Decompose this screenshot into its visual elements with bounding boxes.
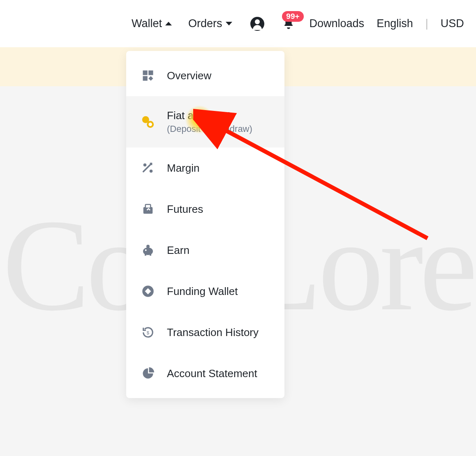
menu-item-sublabel: (Deposit & Withdraw)	[167, 124, 252, 134]
nav-wallet[interactable]: Wallet	[132, 17, 172, 30]
futures-icon	[141, 202, 155, 216]
separator: |	[425, 17, 428, 30]
nav-currency[interactable]: USD	[441, 17, 464, 30]
notification-badge: 99+	[282, 11, 303, 22]
svg-rect-13	[145, 254, 146, 256]
exchange-icon	[141, 115, 155, 129]
menu-item-futures[interactable]: Futures	[126, 189, 284, 230]
nav-downloads[interactable]: Downloads	[310, 17, 365, 30]
menu-item-funding-wallet[interactable]: Funding Wallet	[126, 271, 284, 312]
nav-language[interactable]: English	[377, 17, 413, 30]
svg-point-15	[145, 249, 147, 251]
svg-point-11	[143, 247, 153, 255]
svg-rect-10	[146, 205, 151, 208]
chevron-down-icon	[226, 22, 232, 25]
piggy-bank-icon	[141, 243, 155, 258]
menu-item-label: Margin	[167, 162, 199, 175]
svg-rect-1	[148, 71, 153, 75]
pie-chart-icon	[141, 366, 155, 381]
menu-item-fiat-spot[interactable]: Fiat and Spot (Deposit & Withdraw)	[126, 96, 284, 147]
nav-wallet-label: Wallet	[132, 17, 162, 30]
menu-item-label: Overview	[167, 69, 211, 82]
menu-item-label: Futures	[167, 203, 203, 216]
chevron-up-icon	[165, 22, 172, 25]
menu-item-label: Fiat and Spot	[167, 109, 252, 122]
grid-icon	[141, 68, 155, 83]
menu-item-margin[interactable]: Margin	[126, 147, 284, 189]
wallet-dropdown: Overview Fiat and Spot (Deposit & Withdr…	[126, 51, 284, 398]
notifications-button[interactable]: 99+	[282, 18, 295, 30]
svg-text:$: $	[147, 330, 150, 335]
menu-item-transaction-history[interactable]: $ Transaction History	[126, 312, 284, 353]
menu-item-overview[interactable]: Overview	[126, 55, 284, 96]
menu-item-label: Transaction History	[167, 326, 259, 339]
user-icon	[250, 17, 264, 31]
history-icon: $	[141, 325, 155, 340]
svg-point-12	[146, 245, 150, 248]
svg-marker-3	[148, 76, 153, 81]
menu-item-account-statement[interactable]: Account Statement	[126, 353, 284, 394]
svg-point-7	[143, 164, 147, 167]
svg-point-6	[148, 122, 152, 126]
svg-rect-0	[143, 71, 148, 75]
svg-rect-2	[143, 76, 148, 81]
svg-point-8	[150, 170, 153, 173]
menu-item-label: Funding Wallet	[167, 285, 238, 298]
percent-icon	[141, 161, 155, 175]
nav-orders-label: Orders	[188, 17, 222, 30]
svg-rect-14	[150, 254, 151, 256]
header: Wallet Orders 99+ Downloads English | US…	[0, 0, 476, 47]
menu-item-label: Earn	[167, 244, 189, 257]
menu-item-earn[interactable]: Earn	[126, 230, 284, 271]
user-account-button[interactable]	[250, 17, 264, 31]
nav-orders[interactable]: Orders	[188, 17, 232, 30]
menu-item-label: Account Statement	[167, 367, 257, 380]
diamond-circle-icon	[141, 284, 155, 299]
